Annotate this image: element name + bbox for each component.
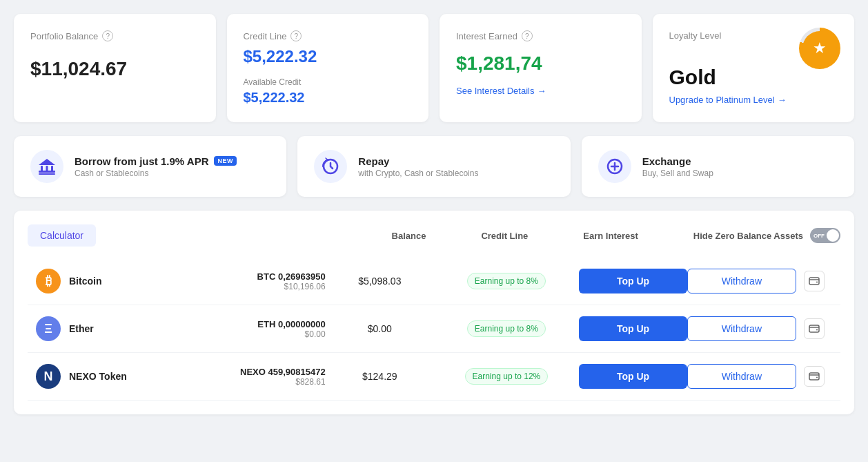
repay-subtitle: with Crypto, Cash or Stablecoins	[358, 169, 478, 178]
exchange-subtitle: Buy, Sell and Swap	[642, 169, 713, 178]
credit-line-card: Credit Line ? $5,222.32 Available Credit…	[227, 14, 429, 122]
asset-credit-line: $5,098.03	[326, 276, 434, 287]
new-badge: NEW	[214, 156, 237, 166]
top-up-cell: Top Up	[579, 316, 687, 341]
repay-title: Repay	[358, 155, 478, 167]
balance-crypto: ETH 0,00000000	[181, 319, 326, 329]
loyalty-level-card: Loyalty Level ★ Gold Upgrade to Platinum…	[653, 14, 855, 122]
balance-usd: $0.00	[181, 329, 326, 339]
svg-rect-17	[809, 373, 819, 380]
asset-rows: ₿ Bitcoin BTC 0,26963950 $10,196.06 $5,0…	[28, 258, 840, 401]
available-credit-value: $5,222.32	[244, 90, 413, 106]
asset-name: NEXO Token	[69, 371, 127, 382]
svg-rect-3	[41, 166, 43, 171]
action-icon-cell	[796, 366, 832, 387]
top-up-button[interactable]: Top Up	[579, 364, 687, 389]
toggle-off-label: OFF	[813, 233, 825, 239]
repay-icon	[314, 150, 347, 183]
svg-rect-5	[51, 166, 53, 171]
dashboard: Portfolio Balance ? $11,024.67 Credit Li…	[0, 0, 868, 428]
calculator-button[interactable]: Calculator	[28, 224, 96, 247]
asset-earn-interest: Earning up to 12%	[434, 368, 579, 385]
portfolio-value: $11,024.67	[30, 58, 199, 80]
withdraw-cell: Withdraw	[687, 316, 796, 341]
svg-point-18	[816, 377, 818, 378]
asset-name-cell: Ξ Ether	[36, 316, 181, 341]
asset-icon: ₿	[36, 269, 61, 293]
toggle-knob	[827, 229, 839, 242]
balance-col-header: Balance	[392, 231, 426, 241]
interest-value: $1,281,74	[456, 52, 625, 75]
asset-credit-line: $124.29	[326, 371, 434, 382]
svg-point-16	[816, 329, 818, 331]
table-row: Ξ Ether ETH 0,00000000 $0.00 $0.00 Earni…	[28, 305, 840, 353]
credit-help-icon[interactable]: ?	[290, 30, 302, 41]
withdraw-button[interactable]: Withdraw	[687, 269, 796, 293]
balance-crypto: BTC 0,26963950	[181, 271, 326, 282]
borrow-subtitle: Cash or Stablecoins	[75, 169, 237, 178]
top-up-button[interactable]: Top Up	[579, 316, 687, 341]
asset-balance-cell: ETH 0,00000000 $0.00	[181, 319, 326, 339]
bank-icon	[30, 150, 63, 183]
credit-line-value: $5,222.32	[244, 47, 413, 66]
exchange-banner-text: Exchange Buy, Sell and Swap	[642, 155, 713, 178]
borrow-title: Borrow from just 1.9% APR NEW	[75, 155, 237, 167]
withdraw-cell: Withdraw	[687, 269, 796, 293]
withdraw-button[interactable]: Withdraw	[687, 364, 796, 389]
asset-balance-cell: NEXO 459,90815472 $828.61	[181, 367, 326, 387]
see-interest-details-link[interactable]: See Interest Details →	[456, 86, 546, 96]
wallet-icon[interactable]	[804, 366, 825, 387]
assets-header: Calculator Balance Credit Line Earn Inte…	[28, 224, 840, 247]
asset-name: Bitcoin	[69, 276, 101, 287]
svg-rect-13	[809, 278, 819, 285]
assets-section: Calculator Balance Credit Line Earn Inte…	[14, 211, 854, 414]
portfolio-help-icon[interactable]: ?	[102, 30, 113, 41]
loyalty-icon-container: ★	[799, 28, 840, 69]
exchange-banner[interactable]: Exchange Buy, Sell and Swap	[582, 136, 854, 197]
asset-icon: N	[36, 364, 61, 389]
loyalty-level-value: Gold	[669, 66, 838, 89]
svg-rect-2	[39, 173, 55, 175]
repay-banner[interactable]: Repay with Crypto, Cash or Stablecoins	[297, 136, 570, 197]
top-up-cell: Top Up	[579, 269, 687, 293]
balance-usd: $828.61	[181, 377, 326, 387]
hide-zero-label: Hide Zero Balance Assets	[693, 231, 803, 241]
asset-balance-cell: BTC 0,26963950 $10,196.06	[181, 271, 326, 291]
exchange-icon	[598, 150, 631, 183]
wallet-icon[interactable]	[804, 271, 825, 291]
top-cards: Portfolio Balance ? $11,024.67 Credit Li…	[14, 14, 854, 122]
wallet-icon[interactable]	[804, 318, 825, 339]
upgrade-link[interactable]: Upgrade to Platinum Level →	[669, 95, 787, 105]
asset-earn-interest: Earning up to 8%	[434, 320, 579, 337]
borrow-banner-text: Borrow from just 1.9% APR NEW Cash or St…	[75, 155, 237, 178]
action-icon-cell	[796, 271, 832, 291]
credit-line-label: Credit Line ?	[244, 30, 413, 41]
interest-label: Interest Earned ?	[456, 30, 625, 41]
asset-icon: Ξ	[36, 316, 61, 341]
earn-badge: Earning up to 8%	[467, 273, 546, 289]
portfolio-label: Portfolio Balance ?	[30, 30, 199, 41]
asset-earn-interest: Earning up to 8%	[434, 273, 579, 289]
top-up-button[interactable]: Top Up	[579, 269, 687, 293]
svg-point-14	[816, 282, 818, 283]
hide-zero-section: Hide Zero Balance Assets OFF	[693, 228, 840, 243]
balance-usd: $10,196.06	[181, 282, 326, 291]
hide-zero-toggle[interactable]: OFF	[810, 228, 840, 243]
loyalty-star-icon: ★	[802, 31, 837, 66]
earn-badge: Earning up to 12%	[465, 368, 549, 385]
asset-name: Ether	[69, 323, 94, 334]
asset-name-cell: ₿ Bitcoin	[36, 269, 181, 293]
withdraw-button[interactable]: Withdraw	[687, 316, 796, 341]
action-icon-cell	[796, 318, 832, 339]
loyalty-progress-circle: ★	[799, 28, 840, 69]
svg-rect-15	[809, 325, 819, 332]
earn-interest-col-header: Earn Interest	[583, 231, 638, 241]
action-banners: Borrow from just 1.9% APR NEW Cash or St…	[14, 136, 854, 197]
interest-earned-card: Interest Earned ? $1,281,74 See Interest…	[440, 14, 642, 122]
repay-banner-text: Repay with Crypto, Cash or Stablecoins	[358, 155, 478, 178]
interest-help-icon[interactable]: ?	[522, 30, 533, 41]
borrow-banner[interactable]: Borrow from just 1.9% APR NEW Cash or St…	[14, 136, 286, 197]
withdraw-cell: Withdraw	[687, 364, 796, 389]
asset-credit-line: $0.00	[326, 323, 434, 334]
credit-line-col-header: Credit Line	[481, 231, 528, 241]
